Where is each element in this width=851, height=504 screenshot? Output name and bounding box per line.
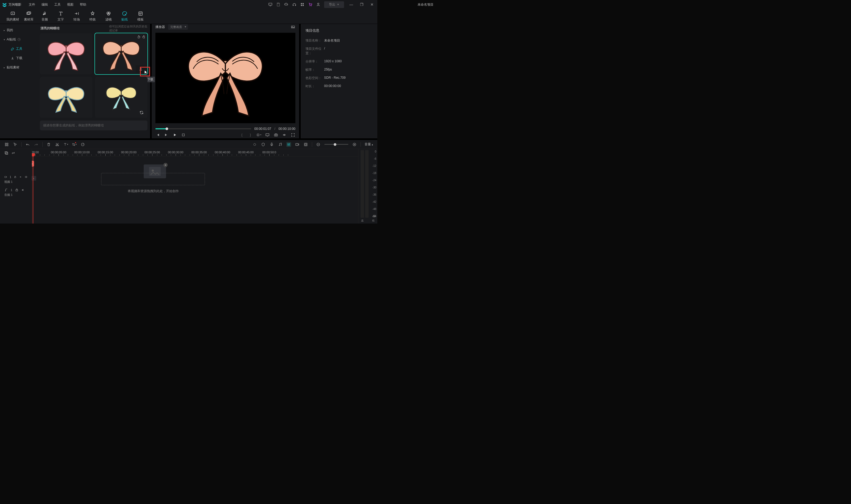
video-track-icon: [4, 175, 7, 179]
audio-meter: 0-6-12-18-24-30-36-42-48-54 dB 左 右: [358, 149, 377, 223]
tab-audio[interactable]: 音频: [37, 11, 53, 22]
sidebar-item-download[interactable]: 下载: [0, 53, 37, 63]
volume-button[interactable]: [282, 132, 287, 137]
scrub-bar[interactable]: [156, 128, 251, 129]
tab-effect[interactable]: 特效: [85, 11, 101, 22]
timeline-tracks[interactable]: 00:0000:00:05:0000:00:10:0000:00:15:0000…: [32, 149, 358, 223]
link-track-icon[interactable]: [11, 151, 15, 155]
mark-out-icon[interactable]: }: [248, 132, 253, 137]
lock-icon-2[interactable]: [15, 188, 19, 192]
crop-tool-icon[interactable]: ▾: [72, 142, 77, 147]
dup-track-icon[interactable]: [4, 151, 8, 155]
text-tool-icon[interactable]: ▾: [64, 142, 68, 147]
tab-text[interactable]: 文字: [53, 11, 69, 22]
add-media-plus-icon[interactable]: +: [163, 163, 168, 167]
grid-icon[interactable]: [300, 2, 304, 7]
mic-tool-icon[interactable]: [269, 142, 274, 147]
sticker-card-1[interactable]: [40, 33, 92, 74]
audio-track-icon: [4, 188, 8, 192]
prev-frame-button[interactable]: [156, 132, 160, 137]
fullscreen-button[interactable]: [291, 132, 295, 137]
drop-hint: 将视频和资源拖拽到此处，开始创作: [128, 189, 179, 194]
duration: 00:00:10:00: [278, 127, 295, 131]
drop-zone[interactable]: [101, 173, 205, 185]
monitor-icon[interactable]: [268, 2, 272, 7]
safe-zone-icon[interactable]: [265, 132, 270, 137]
select-tool-icon[interactable]: [13, 142, 18, 147]
volume-label[interactable]: 音量 ▴: [365, 142, 373, 147]
menu-tools[interactable]: 工具: [51, 2, 64, 7]
render-tool-icon[interactable]: [303, 142, 308, 147]
mark-in-icon[interactable]: {: [239, 132, 244, 137]
export-button[interactable]: 导出▼: [324, 1, 344, 8]
ratio-dropdown[interactable]: ▾: [256, 132, 261, 137]
prompt-input[interactable]: 描述你想要生成的贴纸，例如漂亮的蝴蝶结: [40, 121, 147, 130]
record-tool-icon[interactable]: +: [295, 142, 300, 147]
cloud-icon[interactable]: [284, 2, 288, 7]
menu-help[interactable]: 帮助: [77, 2, 89, 7]
svg-point-37: [254, 143, 256, 146]
window-maximize[interactable]: ❐: [359, 2, 365, 7]
tab-media-lib[interactable]: 素材库: [21, 11, 37, 22]
thumbs-down-icon[interactable]: [137, 35, 141, 39]
window-close[interactable]: ✕: [369, 2, 375, 7]
save-icon[interactable]: [276, 2, 280, 7]
sidebar-item-tools[interactable]: 工具: [0, 44, 37, 53]
svg-rect-53: [16, 190, 18, 191]
zoom-in-button[interactable]: [352, 142, 357, 147]
sidebar-item-sticker-assets[interactable]: ▸贴纸素材: [0, 63, 37, 72]
color-tool-icon[interactable]: [252, 142, 257, 147]
magnet-tool-icon[interactable]: [4, 142, 9, 147]
sidebar-item-ai-sticker[interactable]: ▾AI贴纸 ?: [0, 35, 37, 44]
marker-tool-icon[interactable]: [261, 142, 266, 147]
playhead-grip[interactable]: ‹: [32, 161, 34, 166]
menu-view[interactable]: 视图: [64, 2, 77, 7]
mixer-tool-icon[interactable]: [286, 142, 291, 147]
eye-icon[interactable]: [25, 175, 28, 179]
headphone-icon[interactable]: [292, 2, 296, 7]
info-name-key: 项目名称：: [306, 38, 324, 43]
thumbs-up-icon[interactable]: [142, 35, 146, 39]
info-res-key: 分辨率：: [306, 59, 324, 64]
timeline-ruler[interactable]: 00:0000:00:05:0000:00:10:0000:00:15:0000…: [32, 149, 358, 157]
redo-button[interactable]: [34, 142, 39, 147]
sidebar-item-mine[interactable]: ▸我的: [0, 25, 37, 35]
zoom-slider[interactable]: [324, 144, 348, 145]
sticker-card-2[interactable]: 下载: [95, 33, 147, 74]
tab-my-media[interactable]: 我的素材: [5, 11, 21, 22]
menu-edit[interactable]: 编辑: [38, 2, 51, 7]
snapshot-preview-icon[interactable]: [291, 25, 295, 30]
play-button[interactable]: [173, 132, 177, 137]
quality-dropdown[interactable]: 完整画质: [168, 24, 188, 30]
tab-transition[interactable]: 转场: [69, 11, 85, 22]
snapshot-button[interactable]: [274, 132, 278, 137]
svg-rect-16: [139, 12, 142, 15]
cut-button[interactable]: [55, 142, 60, 147]
svg-rect-28: [274, 134, 277, 136]
video-track-head[interactable]: 1 视频 1: [0, 173, 32, 186]
menu-file[interactable]: 文件: [25, 2, 38, 7]
info-res-val: 1920 x 1080: [324, 59, 342, 64]
window-minimize[interactable]: —: [348, 2, 355, 7]
music-tool-icon[interactable]: [278, 142, 283, 147]
audio-track-head[interactable]: 1 音频 1: [0, 186, 32, 199]
stop-button[interactable]: [181, 132, 186, 137]
tab-filter[interactable]: 滤镜: [101, 11, 116, 22]
mute-icon-2[interactable]: [21, 188, 25, 192]
next-frame-button[interactable]: [164, 132, 169, 137]
svg-point-52: [5, 191, 5, 191]
regenerate-button[interactable]: [139, 110, 144, 115]
mute-icon[interactable]: [19, 175, 22, 179]
user-icon[interactable]: [316, 2, 320, 7]
delete-button[interactable]: [46, 142, 51, 147]
speed-tool-icon[interactable]: [80, 142, 85, 147]
sticker-card-3[interactable]: [40, 77, 92, 118]
undo-button[interactable]: [25, 142, 30, 147]
lock-icon[interactable]: [14, 175, 17, 179]
zoom-out-button[interactable]: [316, 142, 321, 147]
sticker-card-4[interactable]: [95, 77, 147, 118]
tab-sticker[interactable]: 贴纸: [116, 11, 132, 22]
preview-viewport[interactable]: [156, 33, 295, 123]
tab-template[interactable]: 模板: [132, 11, 148, 22]
cart-icon[interactable]: [308, 2, 312, 7]
